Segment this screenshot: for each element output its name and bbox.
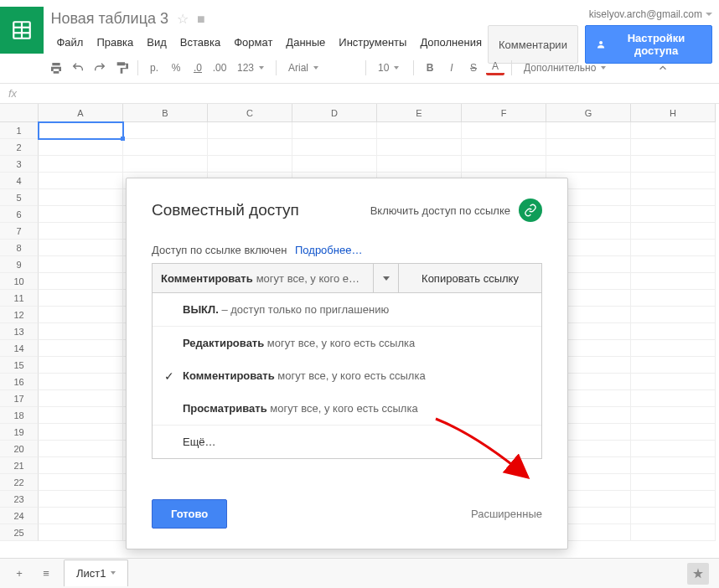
cell[interactable] bbox=[292, 156, 377, 173]
cell[interactable] bbox=[39, 374, 123, 390]
strikethrough-icon[interactable]: S bbox=[464, 59, 483, 77]
sheet-tab[interactable]: Лист1 bbox=[64, 560, 128, 586]
text-color-icon[interactable]: A bbox=[486, 60, 504, 75]
row-header[interactable]: 21 bbox=[0, 457, 39, 474]
row-header[interactable]: 9 bbox=[0, 256, 39, 273]
permission-option[interactable]: Просматривать могут все, у кого есть ссы… bbox=[153, 392, 541, 425]
row-header[interactable]: 1 bbox=[0, 122, 39, 139]
cell[interactable] bbox=[631, 407, 716, 424]
decrease-decimal-button[interactable]: .0 bbox=[189, 59, 207, 77]
cell[interactable] bbox=[39, 474, 123, 491]
row-header[interactable]: 13 bbox=[0, 323, 39, 340]
cell[interactable] bbox=[39, 491, 123, 508]
increase-decimal-button[interactable]: .00 bbox=[210, 59, 229, 77]
cell[interactable] bbox=[39, 273, 123, 290]
cell[interactable] bbox=[631, 390, 716, 407]
cell[interactable] bbox=[462, 156, 546, 173]
cell[interactable] bbox=[631, 357, 716, 374]
cell[interactable] bbox=[39, 189, 123, 206]
cell[interactable] bbox=[123, 139, 208, 156]
permission-option[interactable]: ВЫКЛ. – доступ только по приглашению bbox=[153, 293, 541, 327]
enable-link-label[interactable]: Включить доступ по ссылке bbox=[370, 204, 510, 217]
row-header[interactable]: 2 bbox=[0, 139, 39, 156]
col-header[interactable]: E bbox=[377, 104, 462, 122]
font-dropdown[interactable]: Arial bbox=[283, 62, 359, 74]
all-sheets-icon[interactable]: ≡ bbox=[37, 565, 55, 583]
cell[interactable] bbox=[631, 139, 716, 156]
col-header[interactable]: H bbox=[631, 104, 716, 122]
col-header[interactable]: G bbox=[546, 104, 631, 122]
menu-вид[interactable]: Вид bbox=[141, 33, 173, 52]
cell[interactable] bbox=[631, 256, 716, 273]
cell[interactable] bbox=[292, 122, 377, 139]
row-header[interactable]: 20 bbox=[0, 441, 39, 457]
cell[interactable] bbox=[462, 139, 546, 156]
cell[interactable] bbox=[39, 407, 123, 424]
row-header[interactable]: 8 bbox=[0, 240, 39, 256]
comments-button[interactable]: Комментарии bbox=[488, 25, 578, 64]
row-header[interactable]: 24 bbox=[0, 508, 39, 524]
cell[interactable] bbox=[631, 189, 716, 206]
row-header[interactable]: 17 bbox=[0, 390, 39, 407]
select-all-corner[interactable] bbox=[0, 104, 39, 122]
cell[interactable] bbox=[39, 340, 123, 357]
cell[interactable] bbox=[546, 139, 631, 156]
bold-icon[interactable]: B bbox=[421, 59, 439, 77]
cell[interactable] bbox=[292, 139, 377, 156]
permission-dropdown[interactable]: Комментироватьмогут все, у кого есть с… bbox=[153, 264, 374, 292]
cell[interactable] bbox=[39, 290, 123, 307]
sheets-logo[interactable] bbox=[0, 7, 44, 54]
row-header[interactable]: 15 bbox=[0, 357, 39, 374]
row-header[interactable]: 7 bbox=[0, 223, 39, 240]
formula-bar[interactable]: fx bbox=[0, 84, 719, 104]
menu-формат[interactable]: Формат bbox=[228, 33, 278, 52]
cell[interactable] bbox=[39, 424, 123, 441]
doc-title[interactable]: Новая таблица 3 bbox=[50, 10, 168, 28]
cell[interactable] bbox=[631, 206, 716, 223]
cell[interactable] bbox=[631, 156, 716, 173]
cell[interactable] bbox=[377, 139, 462, 156]
cell[interactable] bbox=[39, 240, 123, 256]
col-header[interactable]: A bbox=[39, 104, 123, 122]
star-icon[interactable]: ☆ bbox=[177, 11, 189, 27]
row-header[interactable]: 6 bbox=[0, 206, 39, 223]
link-icon[interactable] bbox=[519, 199, 542, 222]
paint-format-icon[interactable] bbox=[112, 59, 131, 77]
cell[interactable] bbox=[546, 122, 631, 139]
row-header[interactable]: 12 bbox=[0, 307, 39, 323]
cell[interactable] bbox=[39, 206, 123, 223]
cell[interactable] bbox=[208, 156, 292, 173]
copy-link-button[interactable]: Копировать ссылку bbox=[399, 264, 541, 292]
permission-more[interactable]: Ещё… bbox=[153, 425, 541, 458]
row-header[interactable]: 25 bbox=[0, 524, 39, 541]
cell[interactable] bbox=[462, 122, 546, 139]
percent-button[interactable]: % bbox=[167, 59, 185, 77]
cell[interactable] bbox=[39, 457, 123, 474]
row-header[interactable]: 16 bbox=[0, 374, 39, 390]
cell[interactable] bbox=[39, 256, 123, 273]
cell[interactable] bbox=[631, 491, 716, 508]
cell[interactable] bbox=[39, 357, 123, 374]
collapse-toolbar-icon[interactable] bbox=[654, 59, 672, 77]
cell[interactable] bbox=[377, 156, 462, 173]
cell[interactable] bbox=[631, 340, 716, 357]
col-header[interactable]: C bbox=[208, 104, 292, 122]
cell[interactable] bbox=[631, 424, 716, 441]
row-header[interactable]: 10 bbox=[0, 273, 39, 290]
cell[interactable] bbox=[208, 122, 292, 139]
cell[interactable] bbox=[39, 390, 123, 407]
menu-файл[interactable]: Файл bbox=[50, 33, 89, 52]
menu-правка[interactable]: Правка bbox=[91, 33, 139, 52]
row-header[interactable]: 4 bbox=[0, 173, 39, 189]
more-dropdown[interactable]: Дополнительно bbox=[519, 62, 611, 74]
cell[interactable] bbox=[631, 441, 716, 457]
cell[interactable] bbox=[631, 374, 716, 390]
done-button[interactable]: Готово bbox=[152, 499, 227, 529]
cell[interactable] bbox=[631, 240, 716, 256]
font-size-dropdown[interactable]: 10 bbox=[373, 62, 406, 74]
permission-option[interactable]: Комментировать могут все, у кого есть сс… bbox=[153, 359, 541, 392]
col-header[interactable]: F bbox=[462, 104, 546, 122]
cell[interactable] bbox=[208, 139, 292, 156]
cell[interactable] bbox=[631, 457, 716, 474]
cell[interactable] bbox=[631, 508, 716, 524]
